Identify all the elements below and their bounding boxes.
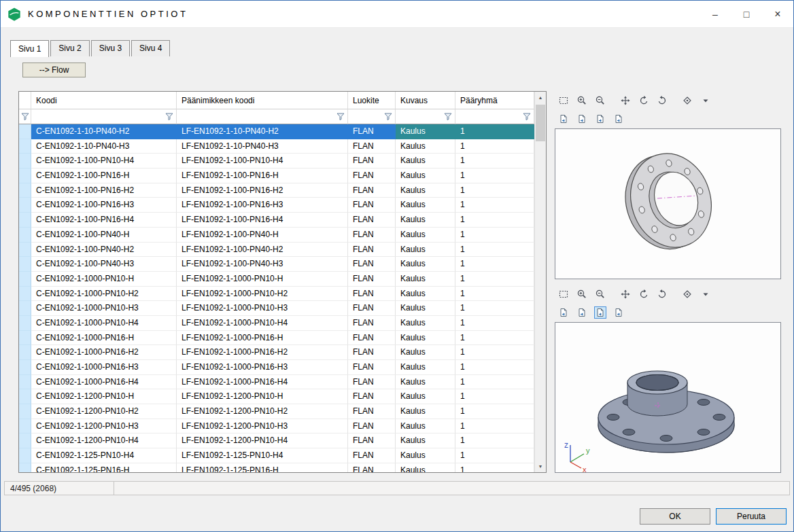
filter-icon[interactable] [165, 111, 173, 123]
table-row[interactable]: C-EN1092-1-1000-PN16-H2LF-EN1092-1-1000-… [19, 345, 534, 360]
table-cell[interactable]: 1 [455, 272, 534, 287]
table-cell[interactable]: C-EN1092-1-100-PN40-H2 [31, 243, 177, 258]
table-cell[interactable]: FLAN [348, 375, 396, 390]
table-cell[interactable]: LF-EN1092-1-100-PN16-H [177, 169, 348, 183]
table-row[interactable]: C-EN1092-1-1200-PN10-H4LF-EN1092-1-1200-… [19, 433, 534, 448]
table-cell[interactable]: FLAN [348, 124, 396, 139]
zoom-out-icon[interactable] [594, 288, 606, 300]
table-cell[interactable]: 1 [455, 375, 534, 390]
table-cell[interactable]: 1 [455, 448, 534, 463]
table-cell[interactable]: Kaulus [396, 139, 455, 154]
scroll-up-icon[interactable]: ▲ [535, 92, 546, 103]
table-cell[interactable]: Kaulus [396, 183, 455, 198]
table-row[interactable]: C-EN1092-1-100-PN40-H2LF-EN1092-1-100-PN… [19, 243, 534, 258]
table-cell[interactable]: FLAN [348, 183, 396, 198]
table-cell[interactable]: C-EN1092-1-1000-PN10-H2 [31, 287, 177, 302]
view-3-icon[interactable] [594, 306, 606, 319]
table-cell[interactable]: C-EN1092-1-1000-PN16-H2 [31, 345, 177, 360]
table-cell[interactable]: Kaulus [396, 169, 455, 183]
table-cell[interactable]: Kaulus [396, 301, 455, 316]
table-cell[interactable]: Kaulus [396, 243, 455, 258]
table-cell[interactable]: Kaulus [396, 360, 455, 375]
table-cell[interactable]: FLAN [348, 331, 396, 346]
table-cell[interactable]: Kaulus [396, 272, 455, 287]
table-cell[interactable]: FLAN [348, 360, 396, 375]
table-cell[interactable]: 1 [455, 124, 534, 139]
table-cell[interactable]: 1 [455, 331, 534, 346]
scrollbar-thumb[interactable] [536, 105, 545, 141]
table-cell[interactable]: FLAN [348, 154, 396, 169]
table-cell[interactable]: LF-EN1092-1-125-PN16-H [177, 463, 348, 472]
table-row[interactable]: C-EN1092-1-1200-PN10-H3LF-EN1092-1-1200-… [19, 419, 534, 434]
table-cell[interactable]: 1 [455, 183, 534, 198]
origin-icon[interactable] [681, 288, 693, 300]
table-cell[interactable]: Kaulus [396, 198, 455, 213]
table-cell[interactable]: FLAN [348, 463, 396, 472]
table-cell[interactable]: FLAN [348, 433, 396, 448]
table-row[interactable]: C-EN1092-1-1000-PN10-H2LF-EN1092-1-1000-… [19, 287, 534, 302]
column-header-kuvaus[interactable]: Kuvaus [396, 92, 455, 109]
flow-button[interactable]: --> Flow [22, 63, 86, 77]
table-cell[interactable]: C-EN1092-1-10-PN40-H2 [31, 124, 177, 139]
column-header-koodi[interactable]: Koodi [31, 92, 177, 109]
table-cell[interactable]: C-EN1092-1-10-PN40-H3 [31, 139, 177, 154]
table-cell[interactable]: C-EN1092-1-100-PN40-H3 [31, 257, 177, 272]
dropdown-caret-icon[interactable] [700, 288, 712, 300]
filter-icon[interactable] [384, 111, 392, 123]
table-cell[interactable]: 1 [455, 198, 534, 213]
table-cell[interactable]: FLAN [348, 287, 396, 302]
table-cell[interactable]: 1 [455, 228, 534, 243]
tab-sivu-2[interactable]: Sivu 2 [50, 40, 89, 56]
table-cell[interactable]: FLAN [348, 198, 396, 213]
table-cell[interactable]: LF-EN1092-1-100-PN40-H2 [177, 243, 348, 258]
table-cell[interactable]: FLAN [348, 301, 396, 316]
table-cell[interactable]: FLAN [348, 272, 396, 287]
table-cell[interactable]: LF-EN1092-1-1200-PN10-H4 [177, 433, 348, 448]
table-cell[interactable]: 1 [455, 139, 534, 154]
grid-vertical-scrollbar[interactable]: ▲ ▼ [534, 92, 546, 472]
table-row[interactable]: C-EN1092-1-100-PN16-HLF-EN1092-1-100-PN1… [19, 169, 534, 183]
table-cell[interactable]: 1 [455, 257, 534, 272]
origin-icon[interactable] [681, 94, 693, 107]
table-cell[interactable]: Kaulus [396, 257, 455, 272]
table-cell[interactable]: Kaulus [396, 154, 455, 169]
table-cell[interactable]: FLAN [348, 228, 396, 243]
table-row[interactable]: C-EN1092-1-10-PN40-H3LF-EN1092-1-10-PN40… [19, 139, 534, 154]
filter-icon[interactable] [523, 111, 531, 123]
table-row[interactable]: C-EN1092-1-1000-PN16-H4LF-EN1092-1-1000-… [19, 375, 534, 390]
pan-icon[interactable] [619, 288, 632, 300]
table-cell[interactable]: FLAN [348, 139, 396, 154]
table-cell[interactable]: C-EN1092-1-1000-PN16-H3 [31, 360, 177, 375]
table-cell[interactable]: Kaulus [396, 433, 455, 448]
table-cell[interactable]: LF-EN1092-1-1000-PN10-H [177, 272, 348, 287]
ok-button[interactable]: OK [640, 508, 710, 525]
rotate-ccw-icon[interactable] [638, 288, 650, 300]
table-cell[interactable]: C-EN1092-1-1000-PN16-H4 [31, 375, 177, 390]
table-cell[interactable]: 1 [455, 360, 534, 375]
view-4-icon[interactable] [612, 113, 625, 125]
table-row[interactable]: C-EN1092-1-100-PN40-H3LF-EN1092-1-100-PN… [19, 257, 534, 272]
rotate-ccw-icon[interactable] [638, 94, 650, 107]
table-cell[interactable]: 1 [455, 389, 534, 404]
table-cell[interactable]: Kaulus [396, 316, 455, 331]
table-cell[interactable]: LF-EN1092-1-100-PN40-H [177, 228, 348, 243]
view-1-icon[interactable] [557, 306, 570, 319]
table-cell[interactable]: LF-EN1092-1-100-PN16-H3 [177, 198, 348, 213]
column-header-paanimikkeen-koodi[interactable]: Päänimikkeen koodi [177, 92, 348, 109]
table-cell[interactable]: LF-EN1092-1-1200-PN10-H2 [177, 404, 348, 419]
table-cell[interactable]: C-EN1092-1-1000-PN10-H4 [31, 316, 177, 331]
table-cell[interactable]: 1 [455, 154, 534, 169]
table-cell[interactable]: FLAN [348, 169, 396, 183]
column-header-paaryhma[interactable]: Pääryhmä [455, 92, 534, 109]
table-cell[interactable]: LF-EN1092-1-10-PN40-H2 [177, 124, 348, 139]
rotate-cw-icon[interactable] [656, 94, 668, 107]
table-row[interactable]: C-EN1092-1-1000-PN16-H3LF-EN1092-1-1000-… [19, 360, 534, 375]
table-cell[interactable]: C-EN1092-1-1200-PN10-H3 [31, 419, 177, 434]
table-cell[interactable]: LF-EN1092-1-1000-PN16-H3 [177, 360, 348, 375]
table-cell[interactable]: LF-EN1092-1-1000-PN16-H [177, 331, 348, 346]
view-3-icon[interactable] [594, 113, 606, 125]
table-cell[interactable]: C-EN1092-1-1200-PN10-H2 [31, 404, 177, 419]
table-cell[interactable]: Kaulus [396, 124, 455, 139]
table-cell[interactable]: LF-EN1092-1-1200-PN10-H3 [177, 419, 348, 434]
table-cell[interactable]: Kaulus [396, 375, 455, 390]
